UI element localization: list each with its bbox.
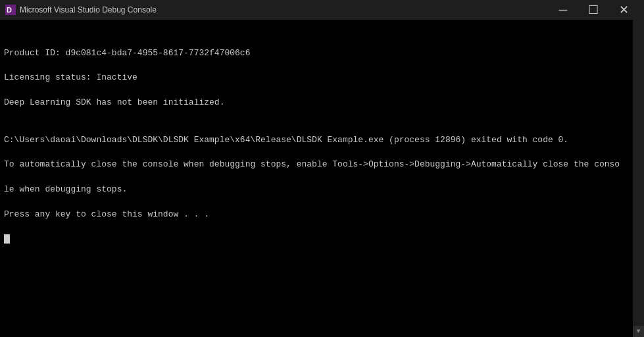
console-line: Product ID: d9c081c4-bda7-4955-8617-7732… [4, 47, 640, 60]
app-icon: D [5, 5, 16, 15]
console-line: le when debugging stops. [4, 184, 640, 196]
close-button[interactable]: ✕ [608, 0, 639, 20]
svg-text:D: D [7, 6, 12, 14]
window-controls: ─ ☐ ✕ [548, 0, 639, 20]
console-line: C:\Users\daoai\Downloads\DLSDK\DLSDK Exa… [4, 134, 640, 147]
scrollbar[interactable]: ▼ [633, 20, 644, 337]
console-output: Product ID: d9c081c4-bda7-4955-8617-7732… [0, 20, 644, 337]
console-line: To automatically close the console when … [4, 159, 640, 171]
maximize-button[interactable]: ☐ [578, 0, 608, 20]
console-line: Deep Learning SDK has not been initializ… [4, 97, 640, 109]
cursor-block [4, 234, 10, 244]
window-title: Microsoft Visual Studio Debug Console [20, 5, 548, 14]
console-cursor-line [4, 233, 640, 246]
window: D Microsoft Visual Studio Debug Console … [0, 0, 644, 337]
title-bar: D Microsoft Visual Studio Debug Console … [0, 0, 644, 20]
console-line: Licensing status: Inactive [4, 72, 640, 84]
console-line: Press any key to close this window . . . [4, 209, 640, 221]
scroll-down-arrow[interactable]: ▼ [633, 326, 644, 337]
minimize-button[interactable]: ─ [548, 0, 578, 20]
